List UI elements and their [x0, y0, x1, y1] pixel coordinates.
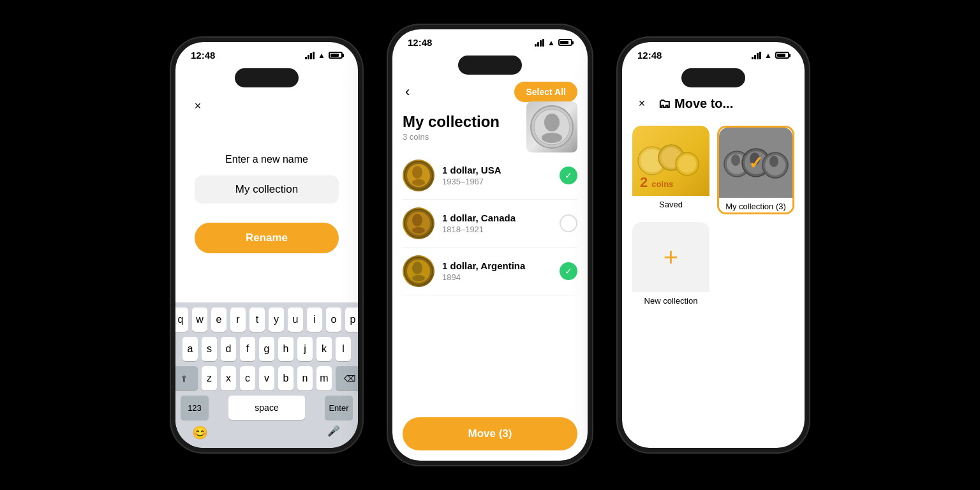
new-collection-card[interactable]: + New collection	[632, 222, 709, 307]
svg-point-14	[412, 262, 422, 274]
kb-key-k[interactable]: k	[316, 337, 332, 361]
kb-key-g[interactable]: g	[259, 337, 274, 361]
kb-key-z[interactable]: z	[202, 366, 217, 390]
saved-collection-card[interactable]: 2 coins Saved	[632, 126, 709, 214]
kb-key-l[interactable]: l	[336, 337, 351, 361]
wifi-icon-2: ▲	[547, 38, 555, 47]
dynamic-island-3	[681, 68, 745, 87]
back-button[interactable]: ‹	[403, 81, 412, 103]
kb-key-x[interactable]: x	[221, 366, 236, 390]
svg-point-15	[412, 275, 425, 281]
kb-key-c[interactable]: c	[240, 366, 255, 390]
kb-key-e[interactable]: e	[211, 308, 226, 332]
collection-screen: 12:48 ▲ ‹ Select All	[392, 29, 588, 461]
coin-check-2[interactable]	[560, 214, 577, 232]
status-bar-3: 12:48 ▲	[622, 42, 805, 63]
plus-icon: +	[664, 243, 678, 272]
svg-point-3	[542, 133, 562, 143]
rename-button[interactable]: Rename	[195, 223, 339, 253]
kb-mic-key[interactable]: 🎤	[322, 425, 345, 440]
coin-info-3: 1 dollar, Argentina 1894	[442, 260, 552, 282]
kb-space-key[interactable]: space	[228, 396, 305, 420]
dynamic-island-1	[235, 68, 299, 87]
saved-card-label: Saved	[632, 196, 709, 211]
svg-point-21	[678, 155, 696, 173]
select-all-button[interactable]: Select All	[514, 82, 577, 102]
kb-key-h[interactable]: h	[278, 337, 293, 361]
status-icons-2: ▲	[535, 38, 572, 47]
kb-key-b[interactable]: b	[278, 366, 293, 390]
kb-numbers-key[interactable]: 123	[181, 396, 209, 420]
wifi-icon: ▲	[318, 51, 325, 60]
kb-key-d[interactable]: d	[221, 337, 236, 361]
rename-input[interactable]	[195, 175, 339, 204]
kb-key-j[interactable]: j	[297, 337, 313, 361]
new-collection-label: New collection	[632, 292, 709, 307]
kb-key-u[interactable]: u	[288, 308, 303, 332]
coin-item-1[interactable]: 1 dollar, USA 1935–1967 ✓	[403, 152, 577, 200]
close-button[interactable]: ×	[188, 96, 207, 115]
kb-key-v[interactable]: v	[259, 366, 274, 390]
time-2: 12:48	[408, 37, 432, 48]
kb-key-n[interactable]: n	[297, 366, 313, 390]
svg-point-2	[544, 114, 560, 131]
signal-icon	[305, 52, 315, 59]
kb-emoji-key[interactable]: 😊	[188, 425, 211, 440]
kb-key-f[interactable]: f	[240, 337, 255, 361]
move-button[interactable]: Move (3)	[403, 417, 577, 450]
kb-key-p[interactable]: p	[345, 308, 358, 332]
kb-key-q[interactable]: q	[175, 308, 188, 332]
kb-key-m[interactable]: m	[316, 366, 332, 390]
folder-icon: 🗂	[658, 96, 671, 111]
collection-hero-image	[526, 101, 577, 152]
svg-point-11	[412, 227, 425, 234]
battery-icon-3	[775, 52, 789, 59]
coin-info-2: 1 dollar, Canada 1818–1921	[442, 212, 552, 234]
kb-key-r[interactable]: r	[230, 308, 246, 332]
coin-check-3[interactable]: ✓	[560, 262, 577, 280]
saved-card-bg: 2 coins	[632, 126, 709, 196]
kb-delete-key[interactable]: ⌫	[336, 366, 358, 390]
signal-icon-2	[535, 39, 544, 47]
collections-grid: 2 coins Saved	[622, 118, 805, 315]
status-icons-1: ▲	[305, 51, 343, 60]
coin-name-1: 1 dollar, USA	[442, 165, 552, 175]
coin-years-2: 1818–1921	[442, 225, 552, 234]
kb-key-i[interactable]: i	[307, 308, 322, 332]
coin-years-3: 1894	[442, 272, 552, 282]
mycollection-card[interactable]: ✓ My collection (3)	[717, 126, 794, 214]
coin-list: 1 dollar, USA 1935–1967 ✓	[392, 144, 588, 407]
moveto-header: × 🗂 Move to...	[622, 87, 805, 118]
kb-enter-key[interactable]: Enter	[325, 396, 353, 420]
coin-item-2[interactable]: 1 dollar, Canada 1818–1921	[403, 200, 577, 248]
svg-point-10	[412, 214, 422, 226]
moveto-screen: 12:48 ▲ × 🗂	[622, 42, 805, 448]
kb-key-s[interactable]: s	[202, 337, 217, 361]
hero-coin-svg	[530, 105, 574, 149]
moveto-close-button[interactable]: ×	[632, 94, 651, 113]
collection-title-area: My collection 3 coins	[392, 108, 588, 144]
rename-content: Enter a new name Rename	[175, 115, 358, 302]
kb-row-3: ⇧ z x c v b n m ⌫	[178, 366, 355, 390]
kb-shift-key[interactable]: ⇧	[175, 366, 198, 390]
signal-icon-3	[752, 52, 761, 59]
selected-checkmark: ✓	[748, 152, 763, 174]
time-1: 12:48	[191, 50, 215, 61]
wifi-icon-3: ▲	[764, 51, 772, 60]
rename-screen: 12:48 ▲ × En	[175, 42, 358, 448]
collection-footer: Move (3)	[392, 407, 588, 461]
kb-key-w[interactable]: w	[192, 308, 207, 332]
kb-key-o[interactable]: o	[326, 308, 341, 332]
svg-point-7	[412, 179, 425, 186]
keyboard: q w e r t y u i o p a s d f g h	[175, 302, 358, 448]
kb-key-t[interactable]: t	[249, 308, 265, 332]
coin-avatar-2	[403, 207, 434, 239]
kb-key-a[interactable]: a	[182, 337, 198, 361]
coin-item-3[interactable]: 1 dollar, Argentina 1894 ✓	[403, 248, 577, 295]
coin-check-1[interactable]: ✓	[560, 167, 577, 184]
kb-key-y[interactable]: y	[269, 308, 284, 332]
coin-name-2: 1 dollar, Canada	[442, 212, 552, 223]
svg-point-30	[769, 156, 778, 167]
coin-years-1: 1935–1967	[442, 177, 552, 186]
my-coll-card-bg: ✓	[719, 128, 792, 198]
